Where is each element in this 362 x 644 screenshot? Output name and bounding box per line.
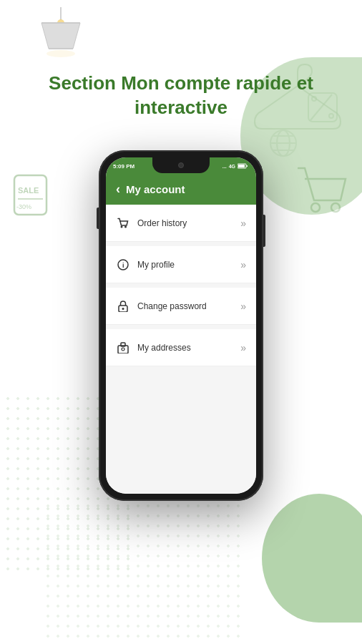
back-button[interactable]: ‹	[116, 182, 120, 195]
menu-item-my-profile[interactable]: i My profile »	[106, 246, 256, 283]
battery-icon	[238, 163, 248, 169]
header-title: My account	[126, 183, 185, 195]
notch-camera	[178, 162, 184, 168]
menu-item-order-history[interactable]: Order history »	[106, 205, 256, 242]
svg-point-15	[331, 203, 340, 212]
phone-screen: 5:09 PM ... 4G ‹ My account	[106, 157, 256, 494]
menu-item-my-addresses[interactable]: My addresses »	[106, 329, 256, 366]
svg-rect-23	[247, 165, 248, 167]
svg-point-20	[47, 50, 75, 57]
my-addresses-label: My addresses	[137, 343, 240, 353]
svg-point-32	[122, 348, 124, 351]
svg-point-24	[121, 225, 123, 228]
green-blob-bottom-right	[262, 494, 362, 623]
app-header: ‹ My account	[106, 173, 256, 205]
change-password-label: Change password	[137, 301, 240, 311]
my-profile-chevron: »	[240, 259, 246, 270]
lock-icon	[116, 299, 130, 313]
heading-section: Section Mon compte rapide et interactive	[0, 72, 362, 120]
phone-notch	[152, 157, 210, 173]
status-network: 4G	[229, 164, 235, 169]
status-extra: ...	[222, 164, 227, 169]
svg-point-29	[122, 308, 124, 310]
my-profile-label: My profile	[137, 260, 240, 270]
svg-rect-22	[238, 165, 245, 167]
order-history-chevron: »	[240, 218, 246, 229]
page-heading: Section Mon compte rapide et interactive	[21, 72, 341, 120]
svg-text:i: i	[122, 262, 124, 269]
svg-text:SALE: SALE	[18, 186, 39, 195]
svg-text:-30%: -30%	[16, 203, 31, 210]
status-time: 5:09 PM	[113, 162, 134, 170]
dots-pattern-bottom	[43, 501, 243, 644]
phone-mockup: 5:09 PM ... 4G ‹ My account	[99, 150, 263, 501]
my-addresses-chevron: »	[240, 342, 246, 353]
svg-rect-31	[121, 343, 125, 346]
phone-outer: 5:09 PM ... 4G ‹ My account	[99, 150, 263, 501]
address-icon	[116, 341, 130, 355]
menu-list: Order history » i My profile »	[106, 205, 256, 494]
svg-point-14	[311, 203, 320, 212]
cart-icon	[116, 216, 130, 230]
menu-item-change-password[interactable]: Change password »	[106, 288, 256, 325]
info-icon: i	[116, 258, 130, 272]
lamp-icon	[36, 7, 86, 74]
change-password-chevron: »	[240, 301, 246, 312]
status-icons: ... 4G	[222, 162, 248, 169]
sale-tag-left: SALE -30%	[11, 172, 50, 221]
order-history-label: Order history	[137, 218, 240, 228]
svg-point-25	[124, 225, 127, 228]
